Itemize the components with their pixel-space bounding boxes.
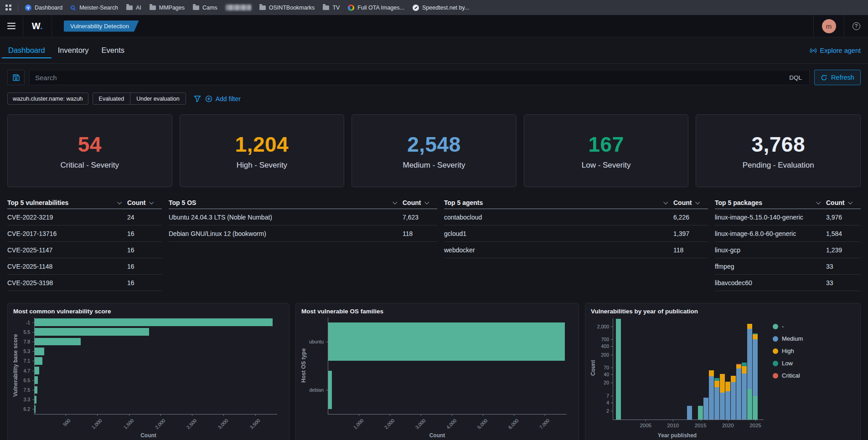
save-query-button[interactable] xyxy=(7,70,25,85)
table-row: webdocker118 xyxy=(444,242,708,258)
sort-header-count[interactable]: Count xyxy=(673,199,708,206)
filter-toggle-under-evaluation[interactable]: Under evaluation xyxy=(130,93,186,104)
filter-pill-cluster[interactable]: wazuh.cluster.name: wazuh xyxy=(7,92,88,105)
bar-2022-Medium[interactable] xyxy=(736,368,741,420)
legend-item-none[interactable]: - xyxy=(773,323,803,330)
sort-header-name[interactable]: Top 5 packages xyxy=(715,199,826,206)
bar-2017-Medium[interactable] xyxy=(709,376,714,420)
tick-label: 1,000 xyxy=(352,418,364,430)
bar-4.7[interactable] xyxy=(35,367,39,374)
menu-hamburger-icon[interactable] xyxy=(0,15,23,37)
bar-3.3[interactable] xyxy=(35,396,36,404)
bar-2016-Medium[interactable] xyxy=(703,398,708,420)
bookmark-label: Meister-Search xyxy=(79,5,118,11)
bookmark-folder-osintbookmarks[interactable]: OSINTBookmarks xyxy=(255,0,319,15)
bar-7.1[interactable] xyxy=(35,357,42,365)
row-name: linux-image-5.15.0-140-generic xyxy=(715,214,826,221)
bar-2024--[interactable] xyxy=(747,389,752,420)
bar-6.2[interactable] xyxy=(35,405,36,413)
bar-2018-Low[interactable] xyxy=(714,378,719,380)
bar-5.5[interactable] xyxy=(35,328,149,336)
bar-2021-Medium[interactable] xyxy=(731,382,736,420)
bar-2022-High[interactable] xyxy=(736,365,741,368)
bookmark-full-ota-images[interactable]: Full OTA Images... xyxy=(344,0,408,15)
table-row: libavcodec6033 xyxy=(715,275,861,291)
apps-grid-icon[interactable] xyxy=(5,5,11,10)
breadcrumb[interactable]: Vulnerability Detection xyxy=(64,20,139,32)
tick-label: 3,500 xyxy=(248,418,261,430)
legend-item-low[interactable]: Low xyxy=(773,360,803,367)
avatar[interactable]: m xyxy=(822,19,836,33)
filter-toggle-evaluated[interactable]: Evaluated xyxy=(93,93,130,104)
bar-2022-Critical[interactable] xyxy=(736,364,741,365)
bookmark-dashboard[interactable]: vDashboard xyxy=(21,0,67,15)
chevron-down-icon xyxy=(663,200,668,205)
bar-6.5[interactable] xyxy=(35,376,38,384)
tab-dashboard[interactable]: Dashboard xyxy=(2,37,52,63)
bookmark-speedtest[interactable]: Speedtest.net by... xyxy=(408,0,473,15)
bar-2018-Medium[interactable] xyxy=(714,387,719,420)
bar-2023-High[interactable] xyxy=(742,366,747,373)
bar-2018-High[interactable] xyxy=(714,381,719,387)
axis-line xyxy=(673,420,673,421)
bar-2017-High[interactable] xyxy=(709,370,714,376)
legend-item-high[interactable]: High xyxy=(773,348,803,354)
chart-title: Most vulnerable OS families xyxy=(301,308,573,315)
bar-2024-Medium[interactable] xyxy=(747,329,752,389)
bar-2000--[interactable] xyxy=(616,319,621,420)
axis-line xyxy=(611,346,613,347)
bookmark-folder-mmpages[interactable]: MMPages xyxy=(145,0,189,15)
add-filter-button[interactable]: Add filter xyxy=(205,95,241,102)
wazuh-logo[interactable]: W. xyxy=(23,21,52,31)
search-input[interactable] xyxy=(35,74,787,82)
bar-2025-Medium[interactable] xyxy=(753,339,758,396)
bar-2023-Low[interactable] xyxy=(742,363,747,366)
sort-header-name[interactable]: Top 5 OS xyxy=(169,199,403,206)
bar-2025--[interactable] xyxy=(753,396,758,420)
bar-2019-Medium[interactable] xyxy=(720,393,725,420)
bookmark-folder-ai[interactable]: AI xyxy=(122,0,145,15)
axis-line xyxy=(390,414,390,416)
bar-2025-High[interactable] xyxy=(753,334,758,339)
refresh-button[interactable]: Refresh xyxy=(814,70,861,85)
bar-2020-High[interactable] xyxy=(725,382,730,391)
row-name: Debian GNU/Linux 12 (bookworm) xyxy=(169,230,403,237)
bar-ubuntu[interactable] xyxy=(328,322,565,361)
bookmark-folder-cams[interactable]: Cams xyxy=(189,0,222,15)
bookmark-redacted[interactable] xyxy=(222,0,255,15)
axis-line xyxy=(611,355,613,355)
sort-header-name[interactable]: Top 5 agents xyxy=(444,199,673,206)
legend-item-critical[interactable]: Critical xyxy=(773,372,803,379)
bar--1[interactable] xyxy=(35,318,273,326)
sort-header-count[interactable]: Count xyxy=(127,199,162,206)
legend-item-medium[interactable]: Medium xyxy=(773,335,803,342)
query-language-button[interactable]: DQL xyxy=(787,74,804,81)
sort-header-count[interactable]: Count xyxy=(403,199,437,206)
bar-2013-Medium[interactable] xyxy=(687,406,692,420)
bar-2019-High[interactable] xyxy=(720,374,725,393)
bar-2021-High[interactable] xyxy=(731,376,736,382)
charts-row: Most common vulnerability score -15.57.8… xyxy=(7,303,861,440)
stat-card-pending: 3,768 Pending - Evaluation xyxy=(696,114,861,187)
bar-7.8[interactable] xyxy=(35,338,81,346)
bar-debian[interactable] xyxy=(328,371,332,409)
explore-agent-button[interactable]: Explore agent xyxy=(810,47,861,54)
bookmark-folder-tv[interactable]: TV xyxy=(319,0,344,15)
sort-header-name[interactable]: Top 5 vulnerabilities xyxy=(7,199,127,206)
bar-2015--[interactable] xyxy=(698,406,703,420)
bar-2023-Medium[interactable] xyxy=(742,373,747,420)
axis-line xyxy=(611,374,613,375)
filter-funnel-icon[interactable] xyxy=(194,95,201,102)
tab-events[interactable]: Events xyxy=(95,37,131,63)
help-icon[interactable]: ? xyxy=(852,22,860,30)
bookmark-meister-search[interactable]: Meister-Search xyxy=(67,0,122,15)
bar-2025-Low[interactable] xyxy=(753,333,758,334)
divider xyxy=(18,4,18,11)
bar-2020-Medium[interactable] xyxy=(725,391,730,420)
bar-5.3[interactable] xyxy=(35,348,44,355)
bar-7.5[interactable] xyxy=(35,386,37,394)
bar-2024-High[interactable] xyxy=(747,324,752,329)
tab-inventory[interactable]: Inventory xyxy=(52,37,95,63)
sort-header-count[interactable]: Count xyxy=(826,199,861,206)
row-name: CVE-2025-3198 xyxy=(7,279,127,287)
